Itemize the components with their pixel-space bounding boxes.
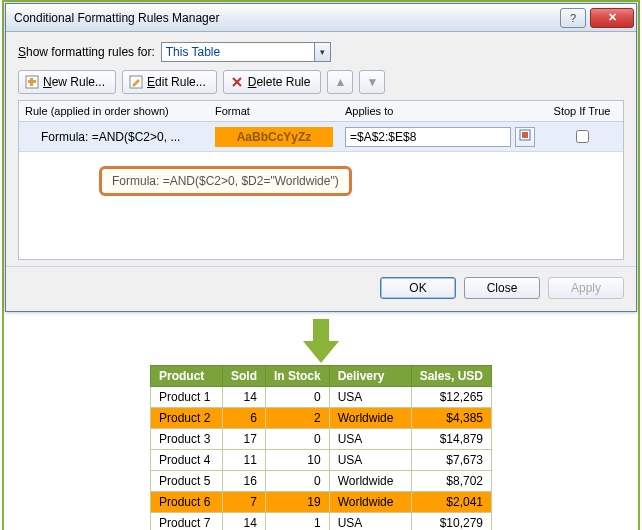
rules-manager-dialog: Conditional Formatting Rules Manager ? ✕…	[5, 3, 637, 312]
rule-row[interactable]: Formula: =AND($C2>0, ... AaBbCcYyZz =$A$…	[19, 122, 623, 152]
table-row[interactable]: Product 5160Worldwide$8,702	[150, 471, 491, 492]
cell-sales: $12,265	[411, 387, 491, 408]
edit-rule-button[interactable]: Edit Rule...	[122, 70, 217, 94]
scope-combobox[interactable]: This Table	[161, 42, 331, 62]
svg-rect-2	[28, 80, 36, 83]
cell-stock: 0	[265, 387, 329, 408]
cell-stock: 1	[265, 513, 329, 531]
cell-sales: $8,702	[411, 471, 491, 492]
cell-delivery: Worldwide	[329, 471, 411, 492]
cell-sales: $4,385	[411, 408, 491, 429]
scope-value: This Table	[166, 45, 220, 59]
delete-rule-icon	[230, 75, 244, 89]
table-row[interactable]: Product 6719Worldwide$2,041	[150, 492, 491, 513]
cell-delivery: Worldwide	[329, 408, 411, 429]
apply-button[interactable]: Apply	[548, 277, 624, 299]
cell-stock: 10	[265, 450, 329, 471]
cell-product: Product 7	[150, 513, 222, 531]
cell-stock: 19	[265, 492, 329, 513]
ok-button[interactable]: OK	[380, 277, 456, 299]
th-sold: Sold	[222, 366, 265, 387]
rules-list: Rule (applied in order shown) Format App…	[18, 100, 624, 260]
format-preview: AaBbCcYyZz	[215, 127, 333, 147]
cell-sales: $7,673	[411, 450, 491, 471]
cell-stock: 2	[265, 408, 329, 429]
cell-delivery: USA	[329, 429, 411, 450]
cell-sold: 7	[222, 492, 265, 513]
new-rule-icon	[25, 75, 39, 89]
cell-sold: 11	[222, 450, 265, 471]
table-row[interactable]: Product 41110USA$7,673	[150, 450, 491, 471]
th-stock: In Stock	[265, 366, 329, 387]
cell-sales: $2,041	[411, 492, 491, 513]
cell-product: Product 4	[150, 450, 222, 471]
cell-sales: $10,279	[411, 513, 491, 531]
table-row[interactable]: Product 7141USA$10,279	[150, 513, 491, 531]
cell-product: Product 5	[150, 471, 222, 492]
col-header-format: Format	[209, 101, 339, 121]
applies-to-input[interactable]: =$A$2:$E$8	[345, 127, 511, 147]
table-row[interactable]: Product 1140USA$12,265	[150, 387, 491, 408]
edit-rule-icon	[129, 75, 143, 89]
formula-tooltip: Formula: =AND($C2>0, $D2="Worldwide")	[99, 166, 352, 196]
new-rule-button[interactable]: New Rule...	[18, 70, 116, 94]
cell-sold: 14	[222, 513, 265, 531]
col-header-applies: Applies to	[339, 101, 541, 121]
svg-rect-5	[522, 132, 528, 138]
help-button[interactable]: ?	[560, 8, 586, 28]
delete-rule-button[interactable]: Delete Rule	[223, 70, 322, 94]
cell-product: Product 6	[150, 492, 222, 513]
col-header-stop: Stop If True	[541, 101, 623, 121]
cell-sold: 14	[222, 387, 265, 408]
col-header-rule: Rule (applied in order shown)	[19, 101, 209, 121]
result-table: Product Sold In Stock Delivery Sales, US…	[150, 365, 492, 530]
scope-label: Show formatting rules for:	[18, 45, 155, 59]
move-down-button[interactable]: ▼	[359, 70, 385, 94]
table-row[interactable]: Product 262Worldwide$4,385	[150, 408, 491, 429]
cell-delivery: Worldwide	[329, 492, 411, 513]
cell-sold: 16	[222, 471, 265, 492]
cell-product: Product 1	[150, 387, 222, 408]
rule-name: Formula: =AND($C2>0, ...	[19, 130, 209, 144]
move-up-button[interactable]: ▲	[327, 70, 353, 94]
dialog-title: Conditional Formatting Rules Manager	[14, 11, 219, 25]
range-selector-icon	[519, 129, 531, 144]
cell-delivery: USA	[329, 450, 411, 471]
th-product: Product	[150, 366, 222, 387]
chevron-down-icon[interactable]	[314, 43, 330, 61]
cell-delivery: USA	[329, 387, 411, 408]
stop-if-true-checkbox[interactable]	[576, 130, 589, 143]
cell-product: Product 3	[150, 429, 222, 450]
cell-delivery: USA	[329, 513, 411, 531]
arrow-illustration	[4, 313, 638, 365]
cell-stock: 0	[265, 471, 329, 492]
close-button[interactable]: Close	[464, 277, 540, 299]
cell-sold: 17	[222, 429, 265, 450]
titlebar[interactable]: Conditional Formatting Rules Manager ? ✕	[6, 4, 636, 32]
th-delivery: Delivery	[329, 366, 411, 387]
close-window-button[interactable]: ✕	[590, 8, 634, 28]
table-row[interactable]: Product 3170USA$14,879	[150, 429, 491, 450]
cell-sales: $14,879	[411, 429, 491, 450]
cell-product: Product 2	[150, 408, 222, 429]
cell-stock: 0	[265, 429, 329, 450]
range-selector-button[interactable]	[515, 127, 535, 147]
th-sales: Sales, USD	[411, 366, 491, 387]
cell-sold: 6	[222, 408, 265, 429]
